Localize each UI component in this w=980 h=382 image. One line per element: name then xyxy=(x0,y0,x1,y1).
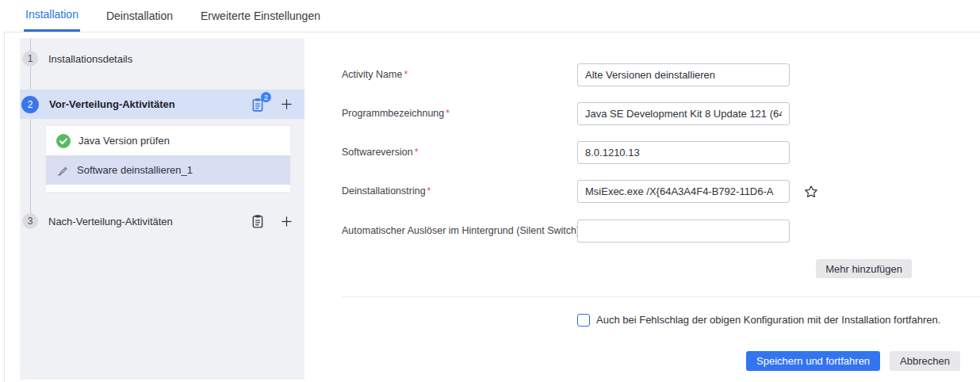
tab-installation[interactable]: Installation xyxy=(24,0,80,32)
activity-software-deinstallieren[interactable]: Software deinstallieren_1 xyxy=(46,155,290,185)
label-text: Automatischer Auslöser im Hintergrund (S… xyxy=(342,225,580,236)
activity-count-badge: 2 xyxy=(261,92,271,102)
step-installationsdetails[interactable]: 1 Installationsdetails xyxy=(20,48,304,69)
plus-icon xyxy=(281,98,293,110)
step-number-2: 2 xyxy=(21,96,39,113)
form-row-activity-name: Activity Name* xyxy=(342,63,968,86)
required-mark: * xyxy=(427,185,431,197)
check-circle-icon xyxy=(56,134,71,148)
add-more-button[interactable]: Mehr hinzufügen xyxy=(816,259,912,278)
programmbezeichnung-input[interactable] xyxy=(577,102,790,125)
required-mark: * xyxy=(446,108,450,119)
activity-java-version-pruefen[interactable]: Java Version prüfen xyxy=(46,126,290,155)
step2-icons: 2 xyxy=(250,97,304,112)
cancel-button[interactable]: Abbrechen xyxy=(890,351,960,371)
step-label-nach-verteilung: Nach-Verteilung-Aktivitäten xyxy=(48,216,173,227)
form-row-deinstallationstring: Deinstallationstring* xyxy=(342,180,968,203)
deinstallationstring-input[interactable] xyxy=(577,180,790,203)
deployment-config-screen: Installation Deinstallation Erweiterte E… xyxy=(0,0,980,382)
tab-erweiterte-einstellungen[interactable]: Erweiterte Einstellungen xyxy=(199,0,322,32)
steps-sidebar: 1 Installationsdetails 2 Vor-Verteilung-… xyxy=(20,38,304,380)
script-edit-icon xyxy=(56,164,69,177)
content-card: 1 Installationsdetails 2 Vor-Verteilung-… xyxy=(4,32,980,382)
softwareversion-input[interactable] xyxy=(577,141,790,164)
step-number-3: 3 xyxy=(22,213,38,229)
silent-switch-input[interactable] xyxy=(577,220,790,243)
step3-icons xyxy=(250,214,304,229)
activity-label: Software deinstallieren_1 xyxy=(77,164,193,176)
softwareversion-label: Softwareversion* xyxy=(342,141,419,164)
activities-list: Java Version prüfen Software deinstallie… xyxy=(46,126,290,192)
continue-on-failure-checkbox[interactable] xyxy=(577,314,590,327)
star-outline-icon xyxy=(804,185,818,199)
label-text: Deinstallationstring xyxy=(342,185,426,197)
continue-on-failure-label: Auch bei Fehlschlag der obigen Konfigura… xyxy=(596,313,940,327)
add-pre-activity-button[interactable] xyxy=(280,98,293,111)
step-number-1: 1 xyxy=(22,51,38,67)
action-buttons: Speichern und fortfahren Abbrechen xyxy=(746,351,960,371)
step-label-installationsdetails: Installationsdetails xyxy=(48,53,132,65)
favorite-star-button[interactable] xyxy=(804,185,818,199)
form-row-silent-switch: Automatischer Auslöser im Hintergrund (S… xyxy=(342,220,968,243)
deinstallationstring-label: Deinstallationstring* xyxy=(342,180,431,203)
required-mark: * xyxy=(404,69,408,80)
step-nach-verteilung-aktivitaeten[interactable]: 3 Nach-Verteilung-Aktivitäten xyxy=(20,211,304,231)
add-post-activity-button[interactable] xyxy=(280,215,293,227)
activity-label: Java Version prüfen xyxy=(78,135,170,147)
activities-list-icon-post[interactable] xyxy=(250,214,265,229)
form-row-softwareversion: Softwareversion* xyxy=(342,141,968,164)
save-and-continue-button[interactable]: Speichern und fortfahren xyxy=(746,351,880,371)
activity-name-label: Activity Name* xyxy=(342,63,408,86)
label-text: Softwareversion xyxy=(342,147,413,158)
tab-deinstallation[interactable]: Deinstallation xyxy=(105,0,174,32)
programmbezeichnung-label: Programmbezeichnung* xyxy=(342,102,450,125)
step-vor-verteilung-aktivitaeten[interactable]: 2 Vor-Verteilung-Aktivitäten 2 xyxy=(20,90,304,119)
label-text: Activity Name xyxy=(342,69,402,80)
activity-name-input[interactable] xyxy=(577,63,790,86)
clipboard-icon xyxy=(251,214,265,228)
form-row-programmbezeichnung: Programmbezeichnung* xyxy=(342,102,968,125)
tab-bar: Installation Deinstallation Erweiterte E… xyxy=(0,0,980,32)
activities-list-icon[interactable]: 2 xyxy=(250,97,265,112)
step-label-vor-verteilung: Vor-Verteilung-Aktivitäten xyxy=(49,98,175,110)
label-text: Programmbezeichnung xyxy=(342,108,444,119)
section-divider xyxy=(342,296,980,297)
silent-switch-label: Automatischer Auslöser im Hintergrund (S… xyxy=(342,220,580,243)
required-mark: * xyxy=(415,147,419,158)
plus-icon xyxy=(281,216,293,227)
